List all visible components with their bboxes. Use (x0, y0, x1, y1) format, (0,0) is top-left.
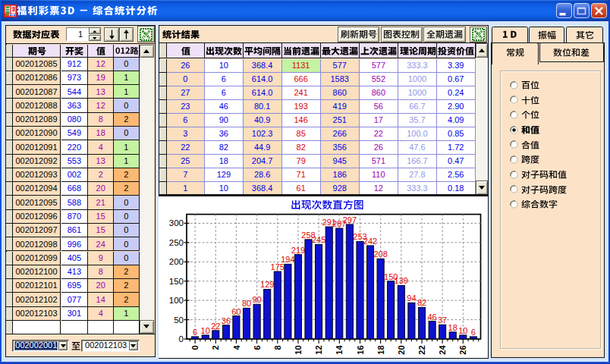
svg-text:18: 18 (448, 322, 458, 331)
svg-text:46: 46 (428, 312, 437, 321)
svg-text:20: 20 (397, 345, 406, 354)
svg-text:242: 242 (363, 236, 377, 245)
svg-text:22: 22 (212, 321, 221, 330)
svg-text:24: 24 (439, 344, 448, 354)
svg-text:80: 80 (242, 299, 251, 308)
svg-text:82: 82 (417, 298, 426, 307)
svg-text:10: 10 (201, 325, 210, 334)
svg-text:219: 219 (291, 245, 305, 254)
svg-text:4: 4 (232, 344, 241, 350)
svg-text:10: 10 (294, 345, 303, 354)
svg-text:18: 18 (376, 345, 385, 354)
svg-text:14: 14 (335, 344, 344, 354)
svg-text:200: 200 (169, 257, 184, 266)
svg-text:150: 150 (169, 276, 184, 285)
svg-text:250: 250 (169, 237, 184, 246)
svg-text:36: 36 (222, 315, 231, 325)
svg-text:139: 139 (395, 276, 408, 285)
svg-text:0: 0 (191, 345, 200, 350)
svg-text:245: 245 (312, 235, 325, 244)
svg-text:16: 16 (356, 345, 365, 354)
svg-text:6: 6 (471, 327, 476, 336)
svg-text:2: 2 (212, 345, 221, 350)
svg-text:6: 6 (253, 345, 262, 350)
svg-text:100: 100 (169, 296, 184, 305)
svg-text:6: 6 (193, 327, 197, 336)
svg-text:0: 0 (179, 334, 184, 344)
svg-text:208: 208 (374, 249, 388, 259)
svg-text:194: 194 (281, 255, 295, 264)
svg-text:90: 90 (253, 295, 262, 304)
svg-text:129: 129 (260, 280, 274, 289)
svg-text:297: 297 (343, 215, 357, 224)
svg-text:26: 26 (459, 345, 468, 354)
svg-text:94: 94 (407, 293, 417, 303)
svg-text:12: 12 (315, 345, 324, 354)
svg-text:60: 60 (232, 306, 241, 315)
svg-text:37: 37 (438, 315, 447, 325)
svg-text:50: 50 (175, 315, 184, 324)
svg-text:10: 10 (459, 325, 468, 334)
svg-text:300: 300 (169, 218, 184, 228)
svg-text:8: 8 (273, 345, 282, 350)
svg-text:22: 22 (418, 345, 427, 354)
